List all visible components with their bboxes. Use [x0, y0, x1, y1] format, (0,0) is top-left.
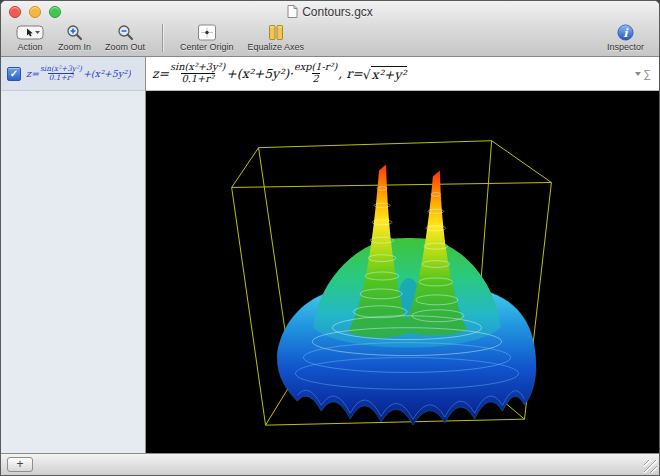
equation-list-item[interactable]: ✓ z= sin(x²+3y²) 0.1+r² +(x²+5y²) — [1, 57, 145, 91]
window-title-area: Contours.gcx — [1, 5, 659, 21]
inspector-icon: i — [617, 23, 634, 42]
chevron-down-icon — [635, 72, 641, 76]
zoom-out-icon — [117, 23, 134, 42]
surface — [277, 165, 536, 426]
resize-grip[interactable] — [644, 460, 657, 473]
equalize-axes-icon — [266, 23, 286, 42]
app-window: Contours.gcx Action — [0, 0, 660, 476]
surface-plot — [146, 91, 659, 453]
inspector-button[interactable]: i Inspector — [600, 23, 651, 52]
center-origin-icon — [197, 23, 217, 42]
zoom-out-label: Zoom Out — [105, 42, 145, 52]
action-icon — [16, 23, 44, 42]
eq-sqrt: √ x²+y² — [363, 66, 408, 82]
document-icon — [287, 5, 298, 21]
inspector-label: Inspector — [607, 42, 644, 52]
toolbar: Action Zoom In — [1, 23, 659, 56]
center-origin-label: Center Origin — [180, 42, 234, 52]
center-origin-button[interactable]: Center Origin — [173, 23, 241, 52]
sidebar-eq-fraction: sin(x²+3y²) 0.1+r² — [40, 65, 82, 82]
toolbar-separator — [162, 24, 163, 52]
plot-canvas[interactable] — [146, 91, 659, 453]
eq-lhs: z= — [152, 66, 169, 81]
radical-sign: √ — [363, 67, 371, 82]
zoom-in-button[interactable]: Zoom In — [51, 23, 98, 52]
equalize-axes-button[interactable]: Equalize Axes — [241, 23, 312, 52]
sidebar-equation: z= sin(x²+3y²) 0.1+r² +(x²+5y²) — [26, 65, 131, 82]
eq-r-def: , r= — [338, 66, 362, 81]
sidebar-eq-lhs: z= — [26, 68, 39, 79]
equation-list-empty-area[interactable] — [1, 91, 145, 453]
eq-sqrt-arg: x²+y² — [371, 66, 408, 82]
window-header: Contours.gcx Action — [1, 1, 659, 57]
titlebar[interactable]: Contours.gcx — [1, 1, 659, 23]
eq-frac1-num: sin(x²+3y²) — [170, 62, 225, 73]
zoom-in-label: Zoom In — [58, 42, 91, 52]
zoom-out-button[interactable]: Zoom Out — [98, 23, 152, 52]
eq-middle: +(x²+5y²)· — [226, 66, 293, 81]
zoom-in-icon — [66, 23, 83, 42]
equation-list-sidebar: ✓ z= sin(x²+3y²) 0.1+r² +(x²+5y²) — [1, 57, 146, 453]
content-area: ✓ z= sin(x²+3y²) 0.1+r² +(x²+5y²) z= — [1, 57, 659, 453]
eq-frac1-den: 0.1+r² — [181, 73, 215, 85]
sidebar-eq-frac-den: 0.1+r² — [48, 73, 75, 82]
action-button[interactable]: Action — [9, 23, 51, 52]
sidebar-eq-tail: +(x²+5y²) — [83, 68, 131, 79]
window-title: Contours.gcx — [302, 5, 373, 19]
eq-fraction-2: exp(1-r²) 2 — [294, 62, 337, 84]
checkmark-icon: ✓ — [10, 69, 18, 79]
sigma-icon: ∑ — [643, 68, 651, 80]
eq-frac2-den: 2 — [312, 73, 320, 85]
add-equation-button[interactable]: + — [7, 457, 33, 472]
main-pane: z= sin(x²+3y²) 0.1+r² +(x²+5y²)· exp(1-r… — [146, 57, 659, 453]
equation-checkbox[interactable]: ✓ — [7, 67, 21, 81]
main-equation: z= sin(x²+3y²) 0.1+r² +(x²+5y²)· exp(1-r… — [152, 62, 407, 84]
equation-bar[interactable]: z= sin(x²+3y²) 0.1+r² +(x²+5y²)· exp(1-r… — [146, 57, 659, 91]
action-label: Action — [17, 42, 42, 52]
eq-frac2-num: exp(1-r²) — [294, 62, 337, 73]
equalize-axes-label: Equalize Axes — [248, 42, 305, 52]
sidebar-eq-frac-num: sin(x²+3y²) — [40, 65, 82, 73]
summation-menu-button[interactable]: ∑ — [635, 68, 651, 80]
bottom-bar: + — [1, 453, 659, 475]
eq-fraction-1: sin(x²+3y²) 0.1+r² — [170, 62, 225, 84]
